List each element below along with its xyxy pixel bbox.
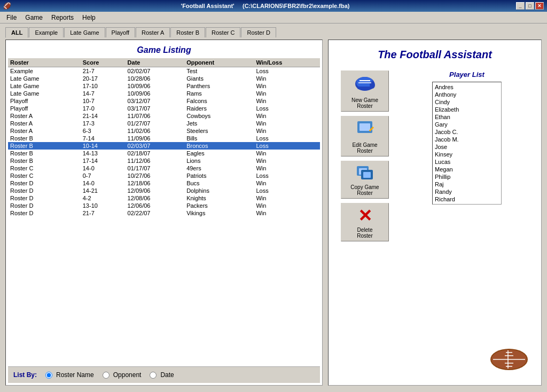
table-row[interactable]: Roster A21-1411/07/06CowboysWin bbox=[8, 112, 320, 120]
player-list-label: Player List bbox=[449, 70, 485, 79]
table-row[interactable]: Roster D14-2112/09/06DolphinsLoss bbox=[8, 187, 320, 194]
table-scroll[interactable]: RosterScoreDateOpponentWin/Loss Example2… bbox=[8, 58, 320, 366]
list-item[interactable]: Phillip bbox=[434, 173, 500, 181]
list-item[interactable]: Elizabeth bbox=[434, 106, 500, 113]
close-button[interactable]: ✕ bbox=[535, 2, 544, 10]
left-panel: Game Listing RosterScoreDateOpponentWin/… bbox=[5, 40, 323, 386]
tab-example[interactable]: Example bbox=[29, 27, 64, 37]
delete-roster-label: DeleteRoster bbox=[357, 227, 372, 239]
file-path: (C:\CLARION5\FBR2\fbr2\example.fba) bbox=[243, 3, 349, 9]
app-title: 'Football Assistant' bbox=[181, 3, 235, 9]
list-item[interactable]: Lucas bbox=[434, 158, 500, 166]
table-row[interactable]: Roster C14-001/17/0749ersWin bbox=[8, 164, 320, 172]
title-text: 'Football Assistant' (C:\CLARION5\FBR2\f… bbox=[14, 3, 516, 9]
list-item[interactable]: Anthony bbox=[434, 91, 500, 98]
window-controls[interactable]: _ □ ✕ bbox=[516, 2, 544, 10]
table-row[interactable]: Roster D4-212/08/06KnightsWin bbox=[8, 194, 320, 202]
col-win-loss: Win/Loss bbox=[254, 58, 320, 67]
helmet-icon bbox=[354, 73, 376, 96]
list-item[interactable]: William bbox=[434, 203, 500, 205]
tabs: ALLExampleLate GamePlayoffRoster ARoster… bbox=[0, 23, 547, 37]
table-row[interactable]: Roster D13-1012/06/06PackersWin bbox=[8, 202, 320, 209]
col-roster: Roster bbox=[8, 58, 81, 67]
svg-rect-7 bbox=[360, 123, 370, 131]
list-item[interactable]: Richard bbox=[434, 195, 500, 203]
menubar: File Game Reports Help bbox=[0, 12, 547, 23]
table-body[interactable]: Example21-702/02/07TestLossLate Game20-1… bbox=[8, 67, 320, 217]
table-row[interactable]: Late Game17-1010/09/06PanthersWin bbox=[8, 82, 320, 90]
table-row[interactable]: Playoff17-003/17/07RaidersLoss bbox=[8, 105, 320, 112]
tab-roster-b[interactable]: Roster B bbox=[170, 27, 205, 37]
new-game-roster-button[interactable]: New GameRoster bbox=[341, 70, 389, 112]
maximize-button[interactable]: □ bbox=[526, 2, 534, 10]
game-table: RosterScoreDateOpponentWin/Loss Example2… bbox=[8, 58, 320, 217]
main-content: Game Listing RosterScoreDateOpponentWin/… bbox=[0, 37, 547, 388]
right-panel: The Football Assistant bbox=[328, 40, 542, 386]
copy-game-roster-button[interactable]: Copy GameRoster bbox=[341, 161, 389, 199]
table-row[interactable]: Roster A17-301/27/07JetsWin bbox=[8, 120, 320, 127]
action-buttons: New GameRoster Edit GameRoster bbox=[333, 65, 397, 381]
menu-help[interactable]: Help bbox=[78, 13, 100, 22]
listby-label: List By: bbox=[13, 371, 37, 379]
copy-icon bbox=[354, 163, 376, 183]
edit-icon bbox=[354, 119, 376, 141]
list-item[interactable]: Megan bbox=[434, 166, 500, 173]
list-item[interactable]: Jacob C. bbox=[434, 128, 500, 136]
table-row[interactable]: Roster A6-311/02/06SteelersWin bbox=[8, 127, 320, 135]
tab-roster-a[interactable]: Roster A bbox=[136, 27, 170, 37]
tab-late-game[interactable]: Late Game bbox=[64, 27, 105, 37]
tab-all[interactable]: ALL bbox=[5, 27, 28, 38]
table-row[interactable]: Late Game14-710/09/06RamsWin bbox=[8, 90, 320, 97]
player-listbox[interactable]: AndresAnthonyCindyElizabethEthanGaryJaco… bbox=[432, 82, 502, 205]
tab-roster-d[interactable]: Roster D bbox=[241, 27, 276, 37]
radio-date[interactable]: Date bbox=[150, 371, 174, 379]
table-row[interactable]: Roster D14-012/18/06BucsWin bbox=[8, 179, 320, 187]
col-date: Date bbox=[126, 58, 185, 67]
edit-game-roster-button[interactable]: Edit GameRoster bbox=[341, 116, 389, 156]
svg-rect-13 bbox=[363, 172, 371, 178]
titlebar: 🏈 'Football Assistant' (C:\CLARION5\FBR2… bbox=[0, 0, 547, 12]
list-item[interactable]: Gary bbox=[434, 121, 500, 128]
svg-point-3 bbox=[370, 81, 375, 89]
table-row[interactable]: Roster C0-710/27/06PatriotsLoss bbox=[8, 172, 320, 179]
listby: List By: Roster Name Opponent Date bbox=[8, 366, 320, 383]
table-row[interactable]: Roster D21-702/22/07VikingsWin bbox=[8, 209, 320, 217]
list-item[interactable]: Randy bbox=[434, 188, 500, 195]
menu-file[interactable]: File bbox=[2, 13, 21, 22]
list-item[interactable]: Jacob M. bbox=[434, 136, 500, 143]
title-icon: 🏈 bbox=[3, 2, 11, 10]
game-listing-title: Game Listing bbox=[8, 42, 320, 58]
list-item[interactable]: Andres bbox=[434, 83, 500, 91]
copy-game-roster-label: Copy GameRoster bbox=[350, 184, 379, 196]
list-item[interactable]: Raj bbox=[434, 181, 500, 188]
table-row[interactable]: Roster B7-1411/09/06BillsLoss bbox=[8, 135, 320, 142]
col-score: Score bbox=[81, 58, 126, 67]
tab-roster-c[interactable]: Roster C bbox=[206, 27, 240, 37]
minimize-button[interactable]: _ bbox=[516, 2, 525, 10]
radio-opponent[interactable]: Opponent bbox=[103, 371, 142, 379]
table-header: RosterScoreDateOpponentWin/Loss bbox=[8, 58, 320, 67]
table-row[interactable]: Example21-702/02/07TestLoss bbox=[8, 67, 320, 75]
tab-playoff[interactable]: Playoff bbox=[106, 27, 135, 37]
table-row[interactable]: Playoff10-703/12/07FalconsWin bbox=[8, 97, 320, 105]
edit-game-roster-label: Edit GameRoster bbox=[352, 142, 377, 154]
player-list-section: Player List AndresAnthonyCindyElizabethE… bbox=[397, 65, 537, 381]
list-item[interactable]: Cindy bbox=[434, 98, 500, 106]
table-row[interactable]: Roster B10-1402/03/07BroncosLoss bbox=[8, 142, 320, 150]
right-content: New GameRoster Edit GameRoster bbox=[333, 65, 537, 381]
delete-icon: ✕ bbox=[358, 206, 372, 226]
football-image bbox=[488, 345, 530, 374]
list-item[interactable]: Kinsey bbox=[434, 151, 500, 158]
col-opponent: Opponent bbox=[184, 58, 254, 67]
table-row[interactable]: Roster B17-1411/12/06LionsWin bbox=[8, 157, 320, 164]
right-panel-title: The Football Assistant bbox=[378, 44, 492, 65]
table-row[interactable]: Late Game20-1710/28/06GiantsWin bbox=[8, 75, 320, 82]
menu-reports[interactable]: Reports bbox=[47, 13, 78, 22]
delete-roster-button[interactable]: ✕ DeleteRoster bbox=[341, 203, 389, 241]
new-game-roster-label: New GameRoster bbox=[351, 97, 378, 109]
menu-game[interactable]: Game bbox=[21, 13, 47, 22]
table-row[interactable]: Roster B14-1302/18/07EaglesWin bbox=[8, 150, 320, 157]
radio-roster-name[interactable]: Roster Name bbox=[45, 371, 94, 379]
list-item[interactable]: Ethan bbox=[434, 113, 500, 121]
list-item[interactable]: Jose bbox=[434, 143, 500, 151]
